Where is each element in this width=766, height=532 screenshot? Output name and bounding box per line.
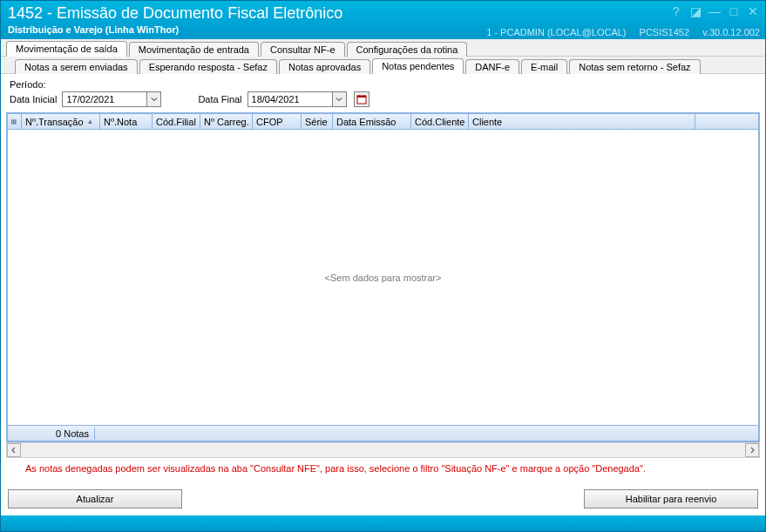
sub-tabs: Notas a serem enviadasEsperando resposta…	[1, 57, 765, 74]
column-header[interactable]: Nº Carreg.	[200, 114, 253, 129]
tab-notas-aprovadas[interactable]: Notas aprovadas	[279, 59, 370, 74]
close-icon[interactable]: ✕	[746, 4, 760, 18]
column-header[interactable]: CFOP	[253, 114, 302, 129]
grid-body: <Sem dados para mostrar>	[8, 130, 758, 425]
horizontal-scrollbar[interactable]	[6, 442, 760, 458]
grid-footer-count: 0 Notas	[8, 428, 95, 440]
tab-e-mail[interactable]: E-mail	[521, 59, 567, 74]
maximize-icon[interactable]: □	[727, 4, 741, 18]
date-initial-field[interactable]	[63, 92, 146, 106]
scroll-right-icon[interactable]	[745, 443, 759, 457]
column-header[interactable]: Cliente	[469, 114, 695, 129]
tab-notas-sem-retorno-sefaz[interactable]: Notas sem retorno - Sefaz	[569, 59, 700, 74]
date-initial-label: Data Inicial	[10, 94, 57, 104]
button-row: Atualizar Habilitar para reenvio	[1, 474, 765, 515]
data-grid: Nº.Transação▲Nº.NotaCód.FilialNº Carreg.…	[6, 112, 760, 442]
svg-rect-5	[13, 119, 14, 125]
resend-button[interactable]: Habilitar para reenvio	[584, 489, 758, 508]
column-selector-icon[interactable]	[8, 114, 22, 129]
titlebar: 1452 - Emissão de Documento Fiscal Eletr…	[1, 1, 765, 39]
update-button[interactable]: Atualizar	[8, 489, 182, 508]
status-user: 1 - PCADMIN (LOCAL@LOCAL)	[486, 27, 626, 37]
svg-rect-6	[15, 119, 16, 125]
calendar-button[interactable]	[354, 91, 369, 107]
column-header[interactable]: Série	[302, 114, 333, 129]
tab-movimenta-o-de-sa-da[interactable]: Movimentação de saída	[6, 41, 127, 57]
column-header[interactable]: Data Emissão	[333, 114, 411, 129]
tab-notas-pendentes[interactable]: Notas pendentes	[372, 58, 464, 74]
status-module: PCSIS1452	[640, 27, 689, 37]
status-text: 1 - PCADMIN (LOCAL@LOCAL) PCSIS1452 v.30…	[476, 27, 760, 37]
content-area: Período: Data Inicial Data Final	[1, 74, 765, 515]
chevron-down-icon[interactable]	[146, 92, 160, 106]
tab-danf-e[interactable]: DANF-e	[465, 59, 519, 74]
main-tabs: Movimentação de saídaMovimentação de ent…	[1, 39, 765, 57]
period-filter: Período: Data Inicial Data Final	[1, 74, 765, 112]
column-header[interactable]: Nº.Transação▲	[22, 114, 100, 129]
column-header[interactable]: Nº.Nota	[100, 114, 153, 129]
grid-header: Nº.Transação▲Nº.NotaCód.FilialNº Carreg.…	[8, 114, 758, 130]
period-label: Período:	[10, 79, 756, 90]
info-text: As notas denegadas podem ser visualizada…	[1, 458, 765, 474]
status-version: v.30.0.12.002	[702, 27, 760, 37]
edit-icon[interactable]: ◪	[688, 4, 702, 18]
column-header[interactable]: Cód.Filial	[153, 114, 200, 129]
chevron-down-icon[interactable]	[332, 92, 346, 106]
grid-footer: 0 Notas	[8, 425, 758, 441]
minimize-icon[interactable]: —	[708, 4, 722, 18]
bottom-statusbar	[1, 515, 765, 531]
tab-movimenta-o-de-entrada[interactable]: Movimentação de entrada	[129, 42, 259, 57]
scroll-track[interactable]	[21, 443, 745, 457]
help-icon[interactable]: ?	[669, 4, 683, 18]
date-initial-input[interactable]	[62, 91, 161, 107]
date-final-label: Data Final	[198, 94, 241, 104]
date-final-field[interactable]	[248, 92, 332, 106]
window-title: 1452 - Emissão de Documento Fiscal Eletr…	[8, 4, 758, 23]
date-final-input[interactable]	[247, 91, 347, 107]
tab-consultar-nf-e[interactable]: Consultar NF-e	[261, 42, 345, 57]
window-buttons: ? ◪ — □ ✕	[669, 4, 760, 18]
tab-configura-es-da-rotina[interactable]: Configurações da rotina	[347, 42, 468, 57]
scroll-left-icon[interactable]	[7, 443, 21, 457]
tab-notas-a-serem-enviadas[interactable]: Notas a serem enviadas	[15, 59, 138, 74]
sort-asc-icon: ▲	[87, 118, 94, 125]
svg-rect-4	[11, 119, 12, 125]
grid-empty-text: <Sem dados para mostrar>	[325, 273, 442, 283]
column-header[interactable]: Cód.Cliente	[411, 114, 469, 129]
tab-esperando-resposta-sefaz[interactable]: Esperando resposta - Sefaz	[139, 59, 277, 74]
